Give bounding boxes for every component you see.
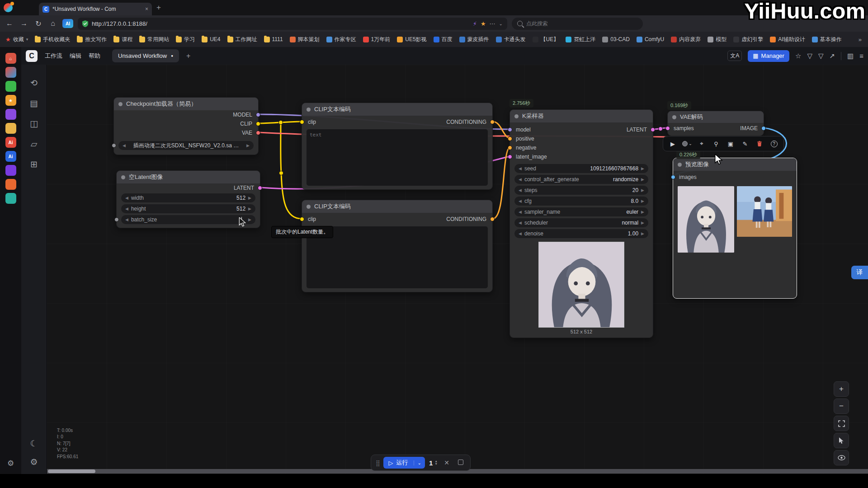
port-latent-out[interactable] — [258, 186, 262, 190]
forward-icon[interactable]: → — [19, 19, 29, 28]
port-clip-out[interactable] — [256, 122, 260, 126]
arrow-left-icon[interactable]: ◀ — [519, 177, 522, 182]
widget-steps[interactable]: ◀steps20▶ — [514, 186, 648, 195]
arrow-right-icon[interactable]: ▶ — [641, 199, 644, 203]
node-map-icon[interactable]: ⊞ — [25, 155, 42, 173]
run-node-button[interactable]: ▶ — [666, 138, 679, 150]
bookmark-item[interactable]: 蒙皮插件 — [459, 36, 489, 43]
bookmark-item[interactable]: 【UE】 — [533, 36, 559, 43]
ai-red-icon[interactable]: Ai — [5, 137, 16, 148]
arrow-right-icon[interactable]: ▶ — [641, 231, 644, 236]
widget-sampler_name[interactable]: ◀sampler_nameeuler▶ — [514, 207, 648, 216]
scrollbar-thumb[interactable] — [48, 469, 95, 473]
arrow-left-icon[interactable]: ◀ — [519, 210, 522, 214]
note-icon[interactable]: ▣ — [724, 138, 737, 150]
bookmark-item[interactable]: 虚幻引擎 — [733, 36, 763, 43]
port-model-out[interactable] — [256, 113, 260, 117]
bookmark-item[interactable]: 作家专区 — [326, 36, 356, 43]
menu-icon[interactable]: ≡ — [859, 52, 863, 60]
node-clip-encode-positive[interactable]: CLIP文本编码 clip CONDITIONING text — [302, 103, 493, 190]
lightning-icon[interactable]: ⚡ — [473, 20, 477, 27]
fit-view-button[interactable] — [834, 416, 849, 431]
collapse-dot-icon[interactable] — [118, 102, 123, 106]
node-library-icon[interactable]: ▤ — [25, 94, 42, 112]
bookmark-item[interactable]: 工作网址 — [227, 36, 257, 43]
bookmark-item[interactable]: 手机收藏夹 — [35, 36, 70, 43]
collapse-dot-icon[interactable] — [514, 114, 519, 118]
translate-tab[interactable]: 译 — [851, 266, 868, 279]
app-purple-icon[interactable] — [5, 109, 16, 120]
node-checkpoint-loader[interactable]: Checkpoint加载器（简易） MODEL CLIP VAE ◀ 插画动漫二… — [113, 97, 259, 155]
arrow-left-icon[interactable]: ◀ — [519, 231, 522, 236]
bookmarks-overflow-icon[interactable]: » — [859, 36, 862, 43]
arrow-left-icon[interactable]: ◀ — [125, 196, 128, 200]
bookmark-item[interactable]: 基本操作 — [812, 36, 842, 43]
node-ksampler[interactable]: K采样器 model LATENT positive negative late… — [509, 109, 653, 338]
collapse-dot-icon[interactable] — [307, 205, 311, 209]
drag-handle-icon[interactable]: ⣿ — [376, 460, 379, 466]
port-clip-in[interactable] — [300, 217, 304, 221]
browser-logo-icon[interactable] — [5, 67, 16, 78]
arrow-right-icon[interactable]: ▶ — [641, 221, 644, 225]
interrupt-icon[interactable]: ✕ — [442, 459, 452, 466]
bookmark-item[interactable]: ComfyU — [637, 36, 664, 42]
menu-help[interactable]: 帮助 — [89, 52, 100, 60]
refresh-icon[interactable]: ↻ — [33, 19, 43, 28]
node-header[interactable]: CLIP文本编码 — [302, 200, 492, 213]
collapse-dot-icon[interactable] — [672, 115, 676, 119]
select-mode-button[interactable] — [834, 433, 849, 448]
filter-off-icon[interactable]: ▽ — [818, 52, 824, 60]
stepper-arrows-icon[interactable]: ▲▼ — [434, 460, 438, 465]
browser-tab[interactable]: C *Unsaved Workflow - Com × — [39, 3, 152, 15]
comfyui-logo[interactable]: C — [26, 50, 38, 62]
node-header[interactable]: 空Latent图像 — [117, 171, 260, 183]
workflows-folder-icon[interactable]: ▱ — [25, 135, 42, 152]
address-bar[interactable]: http://127.0.0.1:8188/ ⚡ ★ ⋯ ⌄ — [78, 18, 507, 30]
panel-toggle-icon[interactable]: ▥ — [847, 52, 854, 60]
ai-assistant-icon[interactable]: AI — [62, 19, 73, 28]
port-model-in[interactable] — [508, 127, 512, 132]
collapse-dot-icon[interactable] — [307, 108, 311, 112]
node-color-button[interactable]: ⌄ — [680, 138, 694, 150]
ai-blue-icon[interactable]: Ai — [5, 151, 16, 162]
prompt-textarea[interactable]: text — [307, 129, 488, 186]
favorites-star-icon[interactable]: ☆ — [795, 52, 801, 60]
bookmark-item[interactable]: 1111 — [264, 36, 283, 42]
url-text[interactable]: http://127.0.0.1:8188/ — [92, 20, 469, 27]
node-preview-image[interactable]: 预览图像 images — [673, 158, 797, 299]
zoom-in-button[interactable]: + — [834, 381, 849, 397]
favorites-star-icon[interactable]: ★ — [5, 95, 16, 106]
bookmark-item[interactable]: 内容废弃 — [671, 36, 701, 43]
port-image-out[interactable] — [761, 126, 766, 131]
port-conditioning-out[interactable] — [490, 217, 495, 221]
home-icon[interactable]: ⌂ — [48, 19, 58, 28]
node-header[interactable]: 预览图像 — [673, 158, 797, 171]
widget-width[interactable]: ◀width512▶ — [121, 193, 255, 202]
folder-app-icon[interactable] — [5, 123, 16, 134]
arrow-right-icon[interactable]: ▶ — [641, 210, 644, 214]
port-ckpt-name-in[interactable] — [112, 143, 116, 148]
search-box[interactable]: 点此搜索 — [512, 18, 643, 30]
app-orange-icon[interactable] — [5, 179, 16, 190]
batch-count-stepper[interactable]: 1 ▲▼ — [429, 459, 438, 467]
home-icon[interactable]: ⌂ — [5, 53, 16, 64]
app-violet-icon[interactable] — [5, 165, 16, 176]
theme-moon-icon[interactable]: ☾ — [30, 438, 38, 449]
new-workflow-button[interactable]: + — [186, 52, 190, 60]
collapse-dot-icon[interactable] — [121, 175, 125, 179]
widget-height[interactable]: ◀height512▶ — [121, 204, 255, 213]
workflow-tab[interactable]: Unsaved Workflow ● — [112, 49, 179, 62]
port-samples-in[interactable] — [665, 126, 670, 131]
node-header[interactable]: Checkpoint加载器（简易） — [114, 98, 258, 110]
node-header[interactable]: VAE解码 — [668, 111, 764, 123]
settings-gear-icon[interactable]: ⚙ — [30, 457, 38, 467]
menu-edit[interactable]: 编辑 — [70, 52, 81, 60]
bookmark-item[interactable]: 常用网站 — [139, 36, 169, 43]
strip-gear-icon[interactable]: ⚙ — [7, 459, 14, 468]
bookmark-star-icon[interactable]: ★ — [481, 20, 486, 27]
arrow-left-icon[interactable]: ◀ — [519, 188, 522, 192]
port-latent-image-in[interactable] — [508, 155, 512, 159]
arrow-right-icon[interactable]: ▶ — [641, 177, 644, 182]
arrow-left-icon[interactable]: ◀ — [125, 217, 128, 222]
arrow-right-icon[interactable]: ▶ — [248, 217, 251, 222]
